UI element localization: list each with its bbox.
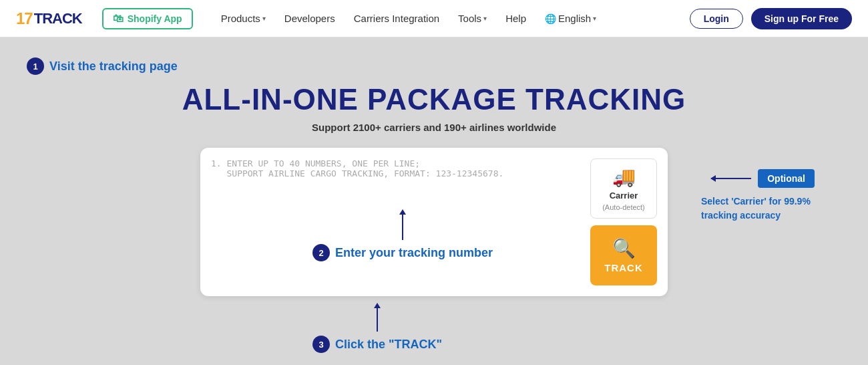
track-label: TRACK (604, 262, 643, 273)
track-search-icon: 🔍 (612, 237, 636, 259)
hero-title: ALL-IN-ONE PACKAGE TRACKING (27, 83, 841, 116)
step2-annotation: 2 Enter your tracking number (312, 215, 493, 261)
carrier-label: Carrier (610, 191, 638, 201)
nav-right: Login Sign up For Free (690, 8, 852, 29)
main-content: 1 Visit the tracking page ALL-IN-ONE PAC… (0, 37, 868, 296)
tracking-right-panel: 🚚 Carrier (Auto-detect) 🔍 TRACK (590, 158, 657, 285)
shopify-app-button[interactable]: 🛍 Shopify App (102, 8, 193, 29)
step1-label: 1 Visit the tracking page (27, 57, 841, 75)
step3-text: Click the "TRACK" (335, 338, 442, 352)
step3-annotation: 3 Click the "TRACK" (312, 308, 442, 353)
nav-tools[interactable]: Tools ▾ (450, 7, 495, 29)
nav-developers[interactable]: Developers (276, 7, 343, 29)
products-chevron-icon: ▾ (262, 15, 266, 22)
navbar: 17 TRACK 🛍 Shopify App Products ▾ Develo… (0, 0, 868, 37)
page-wrapper: 17 TRACK 🛍 Shopify App Products ▾ Develo… (0, 0, 868, 296)
globe-icon: 🌐 (545, 13, 556, 24)
optional-tag: Optional (758, 169, 815, 188)
right-annotation-text: Select 'Carrier' for 99.9% tracking accu… (701, 195, 815, 223)
step1-text: Visit the tracking page (49, 59, 178, 74)
nav-links: Products ▾ Developers Carriers Integrati… (213, 7, 676, 29)
track-button[interactable]: 🔍 TRACK (590, 225, 657, 285)
step1-circle: 1 (27, 57, 44, 75)
shopify-label: Shopify App (128, 13, 182, 24)
right-annotation: Select 'Carrier' for 99.9% tracking accu… (701, 195, 815, 223)
step2-text: Enter your tracking number (335, 246, 493, 260)
signup-button[interactable]: Sign up For Free (751, 8, 852, 29)
truck-icon: 🚚 (612, 166, 636, 188)
nav-products[interactable]: Products ▾ (213, 7, 274, 29)
hero-subtitle: Support 2100+ carriers and 190+ airlines… (27, 122, 841, 133)
tools-chevron-icon: ▾ (483, 15, 487, 22)
logo-text: TRACK (34, 10, 82, 27)
nav-carriers[interactable]: Carriers Integration (346, 7, 447, 29)
optional-annotation: Optional (711, 169, 815, 188)
shopify-icon: 🛍 (113, 13, 124, 25)
language-chevron-icon: ▾ (593, 15, 596, 22)
logo-number: 17 (16, 9, 33, 28)
login-button[interactable]: Login (690, 9, 743, 29)
nav-help[interactable]: Help (497, 7, 534, 29)
step2-circle: 2 (312, 244, 330, 261)
step3-circle: 3 (312, 336, 330, 353)
nav-language[interactable]: 🌐 English ▾ (537, 7, 604, 29)
carrier-sublabel: (Auto-detect) (602, 203, 645, 211)
carrier-button[interactable]: 🚚 Carrier (Auto-detect) (590, 158, 657, 219)
logo[interactable]: 17 TRACK (16, 9, 82, 28)
